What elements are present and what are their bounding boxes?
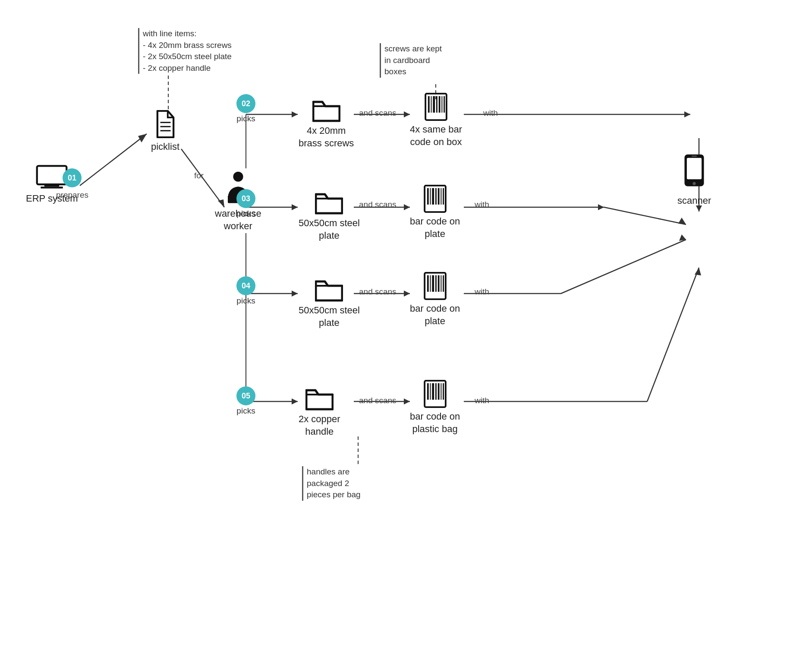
- folder-04-label: 50x50cm steel plate: [299, 304, 360, 329]
- svg-rect-80: [443, 383, 444, 400]
- svg-rect-67: [430, 275, 431, 292]
- barcode-05-label: bar code on plastic bag: [410, 411, 460, 435]
- barcode-02-label: 4x same bar code on box: [410, 123, 462, 148]
- svg-rect-68: [432, 275, 434, 292]
- svg-rect-75: [430, 383, 431, 400]
- svg-line-1: [80, 134, 147, 186]
- svg-rect-78: [437, 383, 439, 400]
- badge-04: 04: [236, 276, 255, 295]
- svg-rect-66: [427, 275, 428, 292]
- folder-03-node: 50x50cm steel plate: [299, 191, 360, 242]
- barcode-03-label: bar code on plate: [410, 215, 460, 240]
- svg-rect-52: [436, 96, 437, 113]
- and-scans-02: and scans: [359, 108, 397, 119]
- picklist-label: picklist: [151, 141, 179, 153]
- step01-badge: 01: [63, 168, 82, 188]
- barcode-04-icon: [423, 272, 447, 300]
- svg-marker-15: [292, 204, 298, 210]
- svg-line-20: [604, 207, 686, 224]
- with-02: with: [483, 108, 498, 119]
- svg-rect-79: [441, 383, 441, 400]
- step03-group: 03 picks: [236, 189, 255, 218]
- with-04: with: [475, 287, 489, 297]
- folder-02-icon: [312, 98, 340, 122]
- svg-point-83: [693, 182, 696, 185]
- barcode-04-node: bar code on plate: [410, 272, 460, 327]
- step01-label: prepares: [56, 190, 88, 201]
- barcode-05-node: bar code on plastic bag: [410, 380, 460, 435]
- svg-marker-17: [404, 204, 410, 210]
- svg-rect-71: [441, 275, 441, 292]
- step03-action: picks: [236, 209, 255, 218]
- svg-rect-54: [441, 96, 442, 113]
- svg-point-46: [233, 172, 243, 182]
- svg-rect-58: [427, 188, 428, 205]
- svg-rect-76: [432, 383, 434, 400]
- for-label: for: [194, 171, 204, 181]
- svg-marker-37: [695, 268, 701, 275]
- picklist-node: picklist: [151, 110, 179, 153]
- badge-01: 01: [63, 168, 82, 187]
- step04-group: 04 picks: [236, 276, 255, 306]
- svg-marker-34: [404, 398, 410, 404]
- folder-03-label: 50x50cm steel plate: [299, 217, 360, 242]
- folder-03-icon: [315, 191, 343, 215]
- barcode-02-icon: [424, 93, 448, 121]
- and-scans-05: and scans: [359, 395, 397, 406]
- svg-rect-72: [443, 275, 444, 292]
- svg-marker-19: [598, 204, 604, 210]
- folder-05-icon: [305, 387, 334, 411]
- folder-02-node: 4x 20mm brass screws: [299, 98, 354, 149]
- svg-rect-41: [44, 184, 59, 186]
- connectors: [0, 0, 812, 654]
- svg-rect-77: [435, 383, 437, 400]
- svg-rect-62: [437, 188, 439, 205]
- with-05: with: [475, 395, 489, 406]
- svg-marker-32: [292, 398, 298, 404]
- svg-rect-55: [444, 96, 445, 113]
- barcode-02-node: 4x same bar code on box: [410, 93, 462, 148]
- screws-annotation: screws are kept in cardboard boxes: [380, 43, 442, 78]
- svg-marker-24: [292, 291, 298, 297]
- folder-05-label: 2x copper handle: [299, 413, 340, 438]
- folder-04-node: 50x50cm steel plate: [299, 278, 360, 329]
- svg-marker-21: [678, 218, 686, 224]
- svg-rect-59: [430, 188, 431, 205]
- badge-05: 05: [236, 386, 255, 405]
- svg-rect-56: [428, 114, 444, 116]
- svg-marker-2: [138, 134, 147, 142]
- svg-rect-60: [432, 188, 434, 205]
- svg-rect-42: [41, 186, 63, 188]
- svg-rect-49: [428, 96, 430, 113]
- svg-marker-26: [404, 291, 410, 297]
- svg-rect-74: [427, 383, 428, 400]
- svg-rect-50: [431, 96, 432, 113]
- barcode-03-node: bar code on plate: [410, 185, 460, 240]
- svg-rect-61: [435, 188, 437, 205]
- step05-action: picks: [236, 406, 255, 416]
- step02-group: 02 picks: [236, 94, 255, 123]
- folder-05-node: 2x copper handle: [299, 387, 340, 438]
- barcode-05-icon: [423, 380, 447, 408]
- badge-02: 02: [236, 94, 255, 113]
- svg-rect-84: [692, 155, 697, 157]
- picklist-annotation: with line items: - 4x 20mm brass screws …: [138, 28, 232, 74]
- svg-rect-64: [443, 188, 444, 205]
- scanner-node: scanner: [677, 153, 711, 207]
- svg-line-28: [561, 240, 686, 294]
- svg-rect-82: [687, 158, 702, 180]
- step02-action: picks: [236, 114, 255, 123]
- svg-marker-29: [679, 234, 686, 241]
- diagram: ERP system 01 prepares with line items: …: [0, 0, 812, 654]
- svg-marker-9: [404, 111, 410, 117]
- scanner-icon: [679, 153, 709, 192]
- and-scans-04: and scans: [359, 287, 397, 297]
- picklist-icon: [154, 110, 177, 138]
- svg-rect-70: [437, 275, 439, 292]
- badge-03: 03: [236, 189, 255, 208]
- step04-action: picks: [236, 296, 255, 306]
- svg-line-36: [647, 268, 699, 401]
- svg-rect-53: [439, 96, 441, 113]
- folder-02-label: 4x 20mm brass screws: [299, 125, 354, 149]
- svg-rect-51: [433, 96, 435, 113]
